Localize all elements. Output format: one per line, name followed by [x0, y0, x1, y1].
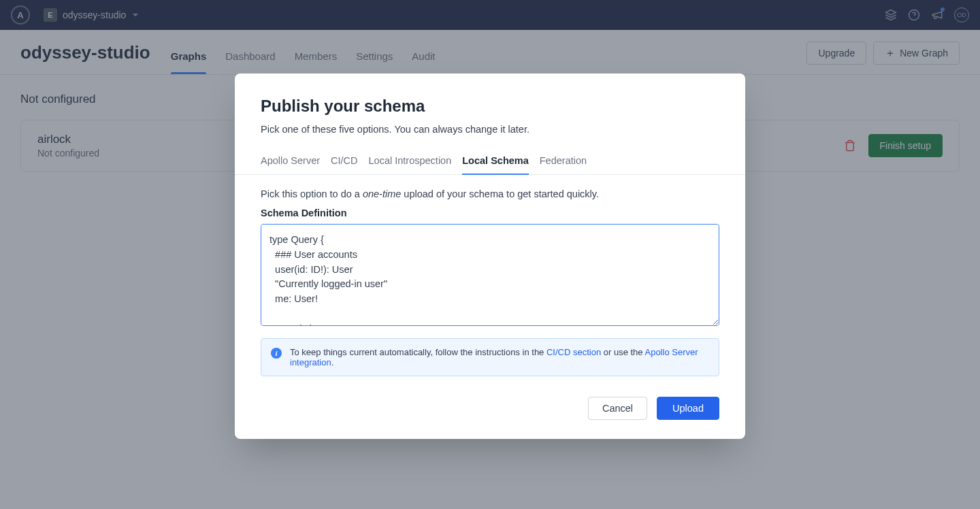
- cancel-button[interactable]: Cancel: [588, 397, 647, 420]
- info-icon: i: [271, 348, 282, 359]
- schema-definition-input[interactable]: [261, 224, 719, 326]
- publish-schema-modal: Publish your schema Pick one of these fi…: [235, 73, 745, 439]
- modal-tab-apollo-server[interactable]: Apollo Server: [261, 155, 320, 174]
- info-banner: i To keep things current automatically, …: [261, 338, 719, 376]
- option-desc-pre: Pick this option to do a: [261, 188, 363, 199]
- option-desc-em: one-time: [363, 188, 401, 199]
- info-text-pre: To keep things current automatically, fo…: [290, 347, 546, 357]
- modal-title: Publish your schema: [261, 97, 719, 116]
- info-text-mid: or use the: [601, 347, 644, 357]
- modal-tab-federation[interactable]: Federation: [540, 155, 587, 174]
- upload-button[interactable]: Upload: [657, 397, 719, 420]
- modal-tab-local-introspection[interactable]: Local Introspection: [369, 155, 452, 174]
- info-text-post: .: [331, 357, 334, 367]
- modal-subtitle: Pick one of these five options. You can …: [261, 124, 719, 135]
- modal-overlay[interactable]: Publish your schema Pick one of these fi…: [0, 0, 980, 509]
- modal-header: Publish your schema Pick one of these fi…: [235, 73, 745, 143]
- cicd-link[interactable]: CI/CD section: [546, 347, 601, 357]
- modal-tab-cicd[interactable]: CI/CD: [331, 155, 357, 174]
- modal-footer: Cancel Upload: [261, 376, 719, 420]
- option-desc-post: upload of your schema to get started qui…: [401, 188, 599, 199]
- info-text: To keep things current automatically, fo…: [290, 347, 709, 367]
- option-description: Pick this option to do a one-time upload…: [261, 188, 719, 199]
- modal-tab-local-schema[interactable]: Local Schema: [462, 155, 529, 174]
- modal-tabs: Apollo Server CI/CD Local Introspection …: [235, 143, 745, 175]
- modal-body: Pick this option to do a one-time upload…: [235, 175, 745, 439]
- schema-definition-label: Schema Definition: [261, 208, 719, 218]
